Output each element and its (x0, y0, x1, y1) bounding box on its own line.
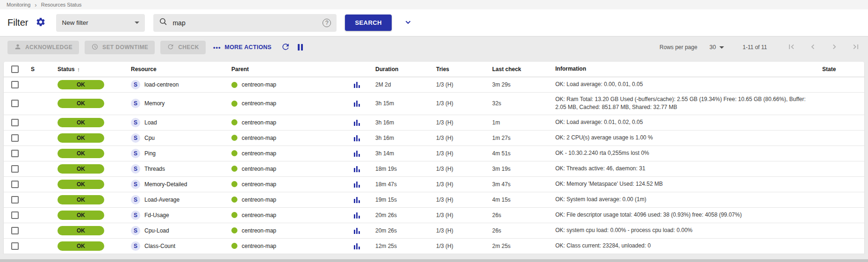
information-value: OK: Threads active: 46, daemon: 31 (551, 162, 820, 175)
row-graph-cell (343, 181, 371, 188)
last-check-value: 3m 47s (488, 181, 551, 188)
row-checkbox[interactable] (11, 150, 19, 157)
horizontal-scrollbar[interactable] (0, 259, 868, 262)
search-input[interactable] (172, 19, 323, 27)
expand-filters-button[interactable] (403, 17, 413, 29)
graph-icon[interactable] (354, 150, 360, 157)
row-checkbox[interactable] (11, 196, 19, 204)
tries-value: 1/3 (H) (427, 135, 488, 141)
header-last-check[interactable]: Last check (488, 66, 551, 73)
graph-icon[interactable] (354, 243, 360, 249)
filter-settings-button[interactable] (36, 17, 46, 29)
row-checkbox[interactable] (11, 181, 19, 188)
row-checkbox[interactable] (11, 100, 19, 107)
row-checkbox[interactable] (11, 227, 19, 234)
set-downtime-icon (91, 43, 99, 52)
saved-filter-select[interactable]: New filter (56, 14, 145, 32)
table-row[interactable]: OK S Fd-Usage centreon-map 20m 26s 1/3 (… (4, 208, 864, 223)
resource-name: Ping (144, 150, 156, 157)
row-checkbox[interactable] (11, 119, 19, 126)
last-check-value: 2m 25s (488, 243, 551, 249)
graph-icon[interactable] (354, 135, 360, 141)
table-row[interactable]: OK S Ping centreon-map 3h 14m 1/3 (H) 4m… (4, 146, 864, 161)
check-label: CHECK (178, 44, 199, 51)
row-status-cell: OK (50, 80, 121, 89)
first-page-button[interactable] (787, 42, 796, 53)
set-downtime-button[interactable]: SET DOWNTIME (85, 41, 155, 54)
parent-status-dot-icon (231, 166, 237, 172)
row-checkbox[interactable] (11, 242, 19, 250)
acknowledge-button[interactable]: ACKNOWLEDGE (7, 41, 79, 54)
row-checkbox-cell (4, 227, 26, 234)
graph-icon[interactable] (354, 100, 360, 107)
table-row[interactable]: OK S Memory-Detailed centreon-map 18m 47… (4, 177, 864, 192)
header-severity[interactable]: S (26, 66, 50, 73)
row-graph-cell (343, 119, 371, 126)
graph-icon[interactable] (354, 166, 360, 172)
service-icon: S (131, 195, 140, 204)
row-checkbox[interactable] (11, 211, 19, 219)
search-help-icon[interactable]: ? (323, 19, 331, 27)
row-checkbox[interactable] (11, 165, 19, 173)
row-checkbox[interactable] (11, 81, 19, 88)
graph-icon[interactable] (354, 181, 360, 188)
breadcrumb-monitoring[interactable]: Monitoring (7, 2, 30, 7)
tries-value: 1/3 (H) (427, 166, 488, 172)
information-value: OK: File descriptor usage total: 4096 us… (551, 208, 820, 222)
service-icon: S (131, 80, 140, 89)
table-row[interactable]: OK S Load centreon-map 3h 16m 1/3 (H) 1m… (4, 115, 864, 131)
table-row[interactable]: OK S Memory centreon-map 3h 15m 1/3 (H) … (4, 93, 864, 115)
previous-page-button[interactable] (808, 42, 818, 53)
status-badge: OK (57, 195, 104, 204)
parent-name: centreon-map (242, 181, 276, 188)
header-resource[interactable]: Resource (121, 66, 221, 73)
more-actions-button[interactable]: ••• MORE ACTIONS (213, 44, 272, 51)
parent-name: centreon-map (242, 150, 276, 157)
service-icon: S (131, 241, 140, 251)
search-button[interactable]: SEARCH (345, 15, 391, 31)
tries-value: 1/3 (H) (427, 227, 488, 234)
row-graph-cell (343, 196, 371, 203)
header-state[interactable]: State (820, 66, 864, 73)
last-page-button[interactable] (851, 42, 861, 53)
resource-name: Load (144, 119, 157, 126)
table-row[interactable]: OK S Cpu-Load centreon-map 20m 26s 1/3 (… (4, 223, 864, 239)
row-checkbox-cell (4, 242, 26, 250)
pagination-controls: Rows per page 30 1-11 of 11 (660, 42, 861, 53)
header-tries[interactable]: Tries (427, 66, 488, 73)
pause-autorefresh-button[interactable] (298, 44, 303, 51)
header-information[interactable]: Information (551, 65, 820, 73)
breadcrumb-resources-status[interactable]: Resources Status (41, 2, 82, 7)
graph-icon[interactable] (354, 81, 360, 88)
table-row[interactable]: OK S Class-Count centreon-map 12m 25s 1/… (4, 239, 864, 254)
refresh-icon (281, 42, 290, 53)
select-all-checkbox[interactable] (11, 66, 19, 73)
table-header-row: S Status ↑ Resource Parent Duration Trie… (4, 62, 864, 77)
chevron-left-icon (808, 42, 818, 53)
status-badge: OK (57, 80, 104, 89)
table-row[interactable]: OK S Cpu centreon-map 3h 16m 1/3 (H) 1m … (4, 131, 864, 146)
row-checkbox[interactable] (11, 134, 19, 142)
chevron-down-icon (403, 17, 413, 29)
parent-name: centreon-map (242, 119, 276, 126)
table-row[interactable]: OK S Load-Average centreon-map 19m 15s 1… (4, 192, 864, 208)
status-badge: OK (57, 164, 104, 174)
graph-icon[interactable] (354, 212, 360, 218)
table-row[interactable]: OK S Threads centreon-map 18m 19s 1/3 (H… (4, 161, 864, 177)
graph-icon[interactable] (354, 196, 360, 203)
row-resource-cell: S Class-Count (121, 241, 221, 251)
next-page-button[interactable] (830, 42, 839, 53)
row-parent-cell: centreon-map (221, 227, 343, 234)
row-parent-cell: centreon-map (221, 135, 343, 141)
header-duration[interactable]: Duration (371, 66, 427, 73)
rows-per-page-select[interactable]: 30 (710, 44, 724, 51)
graph-icon[interactable] (354, 119, 360, 126)
refresh-button[interactable] (281, 42, 290, 53)
header-parent[interactable]: Parent (221, 66, 343, 73)
table-row[interactable]: OK S load-centreon centreon-map 2M 2d 1/… (4, 77, 864, 93)
resource-name: load-centreon (144, 81, 179, 88)
parent-status-dot-icon (231, 243, 237, 249)
header-status[interactable]: Status ↑ (50, 66, 121, 73)
graph-icon[interactable] (354, 227, 360, 234)
check-button[interactable]: CHECK (160, 41, 206, 54)
